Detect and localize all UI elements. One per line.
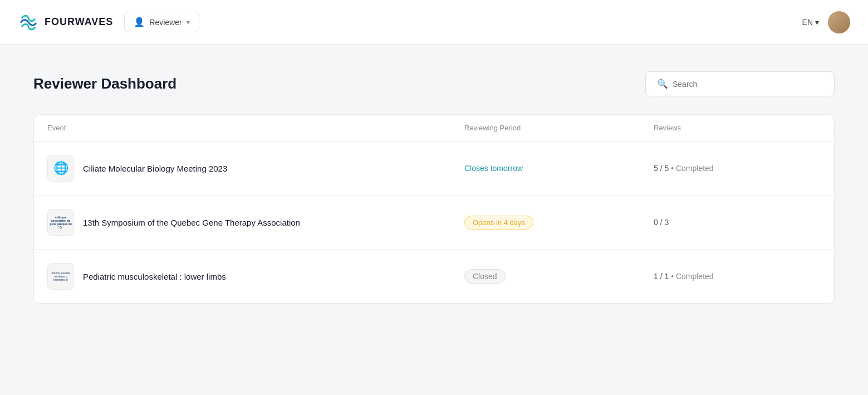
chevron-down-icon: ▾ (187, 18, 190, 26)
event-cell: matine journéeelettique pmembres in Pedi… (47, 263, 464, 290)
globe-icon: 🌐 (53, 161, 68, 175)
role-label: Reviewer (149, 18, 182, 27)
page-header: Reviewer Dashboard 🔍 (33, 71, 835, 96)
reviews-count: 1 / 1 (654, 272, 669, 281)
table-row[interactable]: colloqueassociation degène génique du Q … (34, 196, 834, 250)
lang-label: EN (802, 18, 813, 27)
reviews-status: • Completed (671, 272, 714, 281)
event-logo-pediatric: matine journéeelettique pmembres in (47, 263, 74, 290)
navbar: FOURWAVES 👤 Reviewer ▾ EN ▾ (0, 0, 868, 45)
period-cell: Closed (464, 269, 654, 284)
language-selector[interactable]: EN ▾ (802, 18, 819, 27)
logo-text: FOURWAVES (45, 16, 113, 28)
search-icon: 🔍 (657, 79, 668, 89)
event-logo-text: colloqueassociation degène génique du Q (48, 214, 73, 230)
event-cell: colloqueassociation degène génique du Q … (47, 209, 464, 236)
period-closes-tomorrow: Closes tomorrow (464, 164, 523, 173)
navbar-left: FOURWAVES 👤 Reviewer ▾ (18, 12, 199, 33)
event-name: 13th Symposium of the Quebec Gene Therap… (83, 218, 300, 227)
reviews-cell: 0 / 3 (654, 218, 821, 227)
person-icon: 👤 (134, 17, 145, 27)
events-table: Event Reviewing Period Reviews 🌐 Ciliate… (33, 114, 835, 304)
search-box[interactable]: 🔍 (645, 71, 835, 96)
event-name: Pediatric musculoskeletal : lower limbs (83, 272, 226, 281)
event-logo-ciliate: 🌐 (47, 155, 74, 182)
chevron-down-icon: ▾ (815, 18, 819, 27)
reviews-count: 0 / 3 (654, 218, 669, 227)
avatar[interactable] (828, 11, 850, 33)
period-opens-badge: Opens in 4 days (464, 216, 533, 230)
period-closed: Closed (464, 269, 506, 284)
period-cell: Closes tomorrow (464, 164, 654, 173)
reviews-cell: 1 / 1 • Completed (654, 272, 821, 281)
reviews-status: • Completed (671, 164, 714, 173)
table-header: Event Reviewing Period Reviews (34, 115, 834, 142)
page-title: Reviewer Dashboard (33, 75, 176, 92)
fourwaves-logo-icon (18, 12, 39, 33)
logo[interactable]: FOURWAVES (18, 12, 113, 33)
avatar-image (828, 11, 850, 33)
table-row[interactable]: matine journéeelettique pmembres in Pedi… (34, 250, 834, 303)
navbar-right: EN ▾ (802, 11, 850, 33)
header-reviews: Reviews (654, 124, 821, 132)
reviews-count: 5 / 5 (654, 164, 669, 173)
search-input[interactable] (673, 80, 823, 89)
event-name: Ciliate Molecular Biology Meeting 2023 (83, 164, 227, 173)
event-cell: 🌐 Ciliate Molecular Biology Meeting 2023 (47, 155, 464, 182)
reviews-cell: 5 / 5 • Completed (654, 164, 821, 173)
table-row[interactable]: 🌐 Ciliate Molecular Biology Meeting 2023… (34, 142, 834, 196)
header-reviewing-period: Reviewing Period (464, 124, 654, 132)
role-selector[interactable]: 👤 Reviewer ▾ (124, 12, 199, 32)
period-cell: Opens in 4 days (464, 216, 654, 230)
event-logo-med-text: matine journéeelettique pmembres in (50, 270, 71, 282)
main-content: Reviewer Dashboard 🔍 Event Reviewing Per… (0, 45, 868, 330)
header-event: Event (47, 124, 464, 132)
event-logo-quebec: colloqueassociation degène génique du Q (47, 209, 74, 236)
